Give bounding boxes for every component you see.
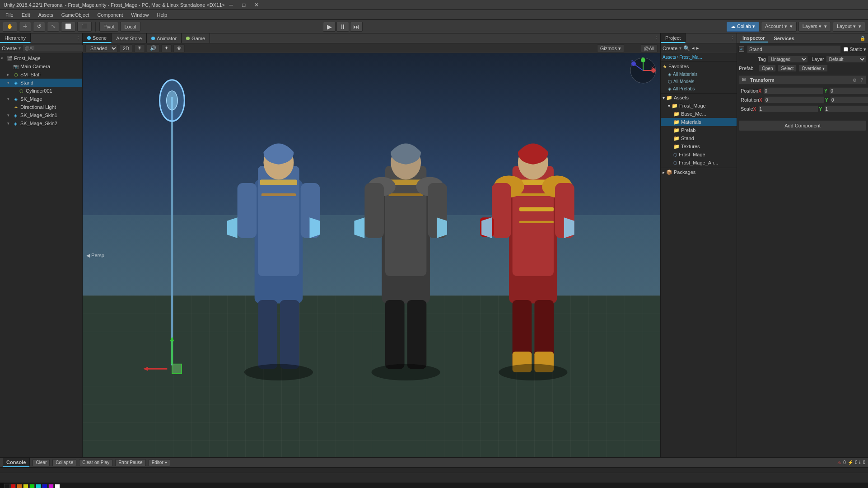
console-tab[interactable]: Console (3, 458, 30, 467)
local-button[interactable]: Local (120, 22, 140, 32)
transform-settings-icon[interactable]: ⚙ (853, 78, 857, 83)
object-enabled-checkbox[interactable]: ✓ (739, 47, 744, 52)
shading-dropdown[interactable]: Shaded (85, 44, 118, 52)
folder-textures[interactable]: 📁 Textures (661, 142, 737, 150)
tag-dropdown[interactable]: Untagged (768, 56, 808, 63)
hierarchy-stand[interactable]: ▾ ◈ Stand (0, 79, 82, 87)
effects-toggle[interactable]: ✦ (161, 44, 172, 52)
hidden-objects[interactable]: 👁 (173, 44, 185, 52)
position-x-input[interactable] (763, 87, 823, 94)
rotation-x-input[interactable] (764, 96, 824, 103)
folder-frost-mage[interactable]: ▾ 📁 Frost_Mage (661, 102, 737, 110)
hierarchy-sm-staff[interactable]: ▸ ⬡ SM_Staff (0, 70, 82, 79)
menu-assets[interactable]: Assets (35, 11, 57, 19)
overrides-button[interactable]: Overrides ▾ (798, 65, 828, 72)
services-tab[interactable]: Services (771, 35, 797, 42)
color-swatch-white[interactable] (55, 484, 60, 488)
color-swatch-cyan[interactable] (36, 484, 41, 488)
select-button[interactable]: Select (778, 65, 797, 72)
scene-tab[interactable]: Scene (83, 33, 112, 43)
color-swatch-red[interactable] (10, 484, 16, 488)
project-create-btn[interactable]: Create (663, 46, 677, 51)
audio-toggle[interactable]: 🔊 (147, 44, 159, 52)
project-forward-btn[interactable]: ▸ (696, 45, 699, 51)
file-frost-mage[interactable]: ⬡ Frost_Mage (661, 150, 737, 159)
step-button[interactable]: ⏭ (350, 22, 363, 32)
fav-all-materials[interactable]: ◈ All Materials (661, 70, 737, 78)
fav-all-models[interactable]: ⬡ All Models (661, 78, 737, 85)
favorites-section[interactable]: ★ Favorites (661, 62, 737, 70)
hierarchy-options[interactable]: ⋮ (74, 36, 82, 41)
assets-root[interactable]: ▾ 📁 Assets (661, 94, 737, 102)
transform-component-header[interactable]: ⊞ Transform ⚙ ? (739, 75, 866, 85)
close-button[interactable]: ✕ (250, 0, 263, 10)
all-button[interactable]: @All (641, 44, 658, 52)
static-checkbox[interactable] (844, 47, 848, 52)
scale-x-input[interactable] (758, 105, 818, 113)
static-dropdown[interactable]: ▾ (863, 47, 866, 52)
transform-help-icon[interactable]: ? (860, 78, 863, 83)
menu-edit[interactable]: Edit (18, 11, 34, 19)
tool-hand[interactable]: ✋ (3, 22, 17, 32)
open-button[interactable]: Open (759, 65, 776, 72)
tool-transform[interactable]: ⬛ (77, 22, 92, 32)
inspector-tab[interactable]: Inspector (740, 34, 768, 42)
tool-rect[interactable]: ⬜ (61, 22, 75, 32)
menu-file[interactable]: File (2, 11, 17, 19)
scene-viewport[interactable]: X Y Z ◀ Persp (83, 53, 660, 457)
breadcrumb-current[interactable]: Frost_Ma... (679, 55, 702, 60)
color-swatch-1[interactable] (4, 484, 9, 488)
layout-button[interactable]: Layout ▾ (833, 22, 865, 32)
clear-button[interactable]: Clear (33, 459, 50, 466)
viewport-options[interactable]: ⋮ (652, 36, 660, 41)
editor-button[interactable]: Editor ▾ (149, 459, 170, 466)
scale-y-input[interactable] (824, 105, 868, 113)
color-swatch-blue[interactable] (42, 484, 47, 488)
account-button[interactable]: Account ▾ (761, 22, 797, 32)
project-tab[interactable]: Project (661, 33, 686, 43)
tool-move[interactable]: ✛ (19, 22, 31, 32)
hierarchy-search[interactable] (23, 45, 84, 52)
asset-store-tab[interactable]: Asset Store (112, 33, 147, 43)
error-pause-button[interactable]: Error Pause (115, 459, 145, 466)
folder-stand[interactable]: 📁 Stand (661, 134, 737, 142)
project-options[interactable]: ⋮ (728, 36, 737, 41)
hierarchy-tab[interactable]: Hierarchy (0, 33, 31, 43)
hierarchy-main-camera[interactable]: 📷 Main Camera (0, 62, 82, 70)
color-swatch-yellow[interactable] (23, 484, 28, 488)
folder-prefab[interactable]: 📁 Prefab (661, 126, 737, 134)
lock-icon[interactable]: 🔒 (860, 36, 865, 41)
hierarchy-create[interactable]: Create (2, 46, 17, 51)
folder-base-mesh[interactable]: 📁 Base_Me... (661, 110, 737, 118)
layers-button[interactable]: Layers ▾ (798, 22, 831, 32)
color-swatch-green[interactable] (29, 484, 35, 488)
collab-button[interactable]: ☁ Collab ▾ (727, 22, 759, 32)
search-icon-btn[interactable]: 🔍 (683, 45, 690, 52)
menu-window[interactable]: Window (127, 11, 152, 19)
play-button[interactable]: ▶ (323, 22, 336, 32)
rotation-y-input[interactable] (830, 96, 868, 103)
hierarchy-cylinder[interactable]: ⬡ Cylinder001 (0, 87, 82, 95)
lighting-toggle[interactable]: ☀ (134, 44, 145, 52)
hierarchy-scene-root[interactable]: ▾ 🎬 Frost_Mage (0, 54, 82, 62)
object-name-input[interactable] (747, 45, 841, 53)
axis-navigator[interactable]: X Y Z (630, 57, 657, 85)
menu-gameobject[interactable]: GameObject (58, 11, 93, 19)
color-swatch-orange[interactable] (17, 484, 22, 488)
hierarchy-sk-mage[interactable]: ▾ ◈ SK_Mage (0, 95, 82, 103)
layer-dropdown[interactable]: Default (826, 56, 866, 63)
minimize-button[interactable]: ─ (225, 0, 238, 10)
color-swatch-magenta[interactable] (48, 484, 54, 488)
breadcrumb-assets[interactable]: Assets (663, 55, 676, 60)
folder-materials[interactable]: 📁 Materials (661, 118, 737, 126)
hierarchy-skin1[interactable]: ▾ ◈ SK_Mage_Skin1 (0, 111, 82, 119)
collapse-button[interactable]: Collapse (52, 459, 76, 466)
animator-tab[interactable]: Animator (147, 33, 182, 43)
project-back-btn[interactable]: ◂ (692, 45, 695, 51)
add-component-button[interactable]: Add Component (739, 120, 866, 131)
game-tab[interactable]: Game (182, 33, 210, 43)
2d-toggle[interactable]: 2D (120, 44, 132, 52)
hierarchy-skin2[interactable]: ▾ ◈ SK_Mage_Skin2 (0, 119, 82, 127)
gizmos-button[interactable]: Gizmos ▾ (597, 44, 624, 52)
tool-scale[interactable]: ⤡ (47, 22, 59, 32)
